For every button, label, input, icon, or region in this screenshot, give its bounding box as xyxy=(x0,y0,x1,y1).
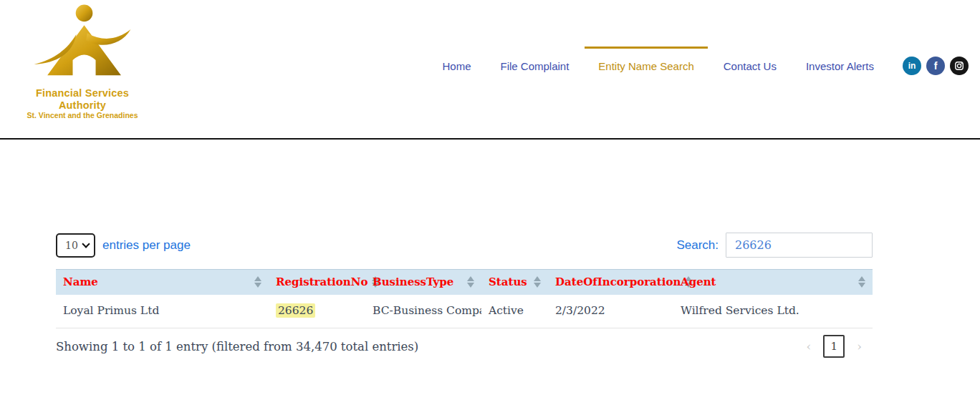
sort-icon xyxy=(467,276,474,288)
pagination: ‹ 1 › xyxy=(806,335,862,358)
column-header-business-type[interactable]: BusinessType xyxy=(365,270,481,296)
column-header-date-of-incorporation[interactable]: DateOfIncorporation xyxy=(548,270,673,296)
fsa-logo-icon xyxy=(26,3,139,87)
table-row: Loyal Primus Ltd 26626 BC-Business Compa… xyxy=(56,295,873,328)
cell-name: Loyal Primus Ltd xyxy=(56,295,269,328)
brand-subtitle: St. Vincent and the Grenadines xyxy=(17,111,148,119)
cell-status: Active xyxy=(481,295,548,328)
next-page-button[interactable]: › xyxy=(857,339,862,353)
site-header: Financial Services Authority St. Vincent… xyxy=(0,0,980,140)
entity-search-results: 10 entries per page Search: Name Registr… xyxy=(56,233,873,358)
nav-item-home[interactable]: Home xyxy=(442,60,471,72)
brand-name: Financial Services Authority xyxy=(17,87,148,111)
results-table: Name RegistrationNo BusinessType Status … xyxy=(56,269,873,328)
sort-icon xyxy=(254,276,261,288)
entries-per-page-label: entries per page xyxy=(102,238,191,253)
cell-date-of-incorporation: 2/3/2022 xyxy=(548,295,673,328)
nav-item-file-complaint[interactable]: File Complaint xyxy=(500,60,569,72)
showing-entries-text: Showing 1 to 1 of 1 entry (filtered from… xyxy=(56,340,418,353)
fsa-logo[interactable]: Financial Services Authority St. Vincent… xyxy=(17,3,148,119)
current-page-input[interactable]: 1 xyxy=(823,335,845,358)
linkedin-icon[interactable]: in xyxy=(903,57,921,75)
nav-item-entity-name-search[interactable]: Entity Name Search xyxy=(598,60,693,72)
nav-item-investor-alerts[interactable]: Investor Alerts xyxy=(806,60,874,72)
instagram-icon[interactable] xyxy=(950,57,969,75)
search-match-highlight: 26626 xyxy=(276,303,315,318)
nav-item-contact-us[interactable]: Contact Us xyxy=(724,60,777,72)
facebook-icon[interactable]: f xyxy=(926,57,945,75)
table-controls: 10 entries per page Search: xyxy=(56,233,873,258)
page-size-select[interactable]: 10 xyxy=(56,233,95,258)
sort-icon xyxy=(534,276,541,288)
search-area: Search: xyxy=(676,233,873,258)
column-header-status[interactable]: Status xyxy=(481,270,548,296)
search-input[interactable] xyxy=(726,233,873,258)
previous-page-button[interactable]: ‹ xyxy=(806,339,811,353)
main-nav: Home File Complaint Entity Name Search C… xyxy=(442,60,874,72)
header-right: Home File Complaint Entity Name Search C… xyxy=(442,47,969,84)
cell-business-type: BC-Business Company xyxy=(365,295,481,328)
social-links: in f xyxy=(903,57,969,75)
sort-icon xyxy=(858,276,865,288)
column-header-name[interactable]: Name xyxy=(56,270,269,296)
search-label: Search: xyxy=(676,238,719,253)
cell-agent: Wilfred Services Ltd. xyxy=(673,295,873,328)
page-size-select-wrap: 10 xyxy=(56,233,95,258)
table-footer: Showing 1 to 1 of 1 entry (filtered from… xyxy=(56,335,873,358)
column-header-agent[interactable]: Agent xyxy=(673,270,873,296)
table-header-row: Name RegistrationNo BusinessType Status … xyxy=(56,270,873,296)
column-header-registration-no[interactable]: RegistrationNo xyxy=(269,270,365,296)
cell-registration-no: 26626 xyxy=(269,295,365,328)
